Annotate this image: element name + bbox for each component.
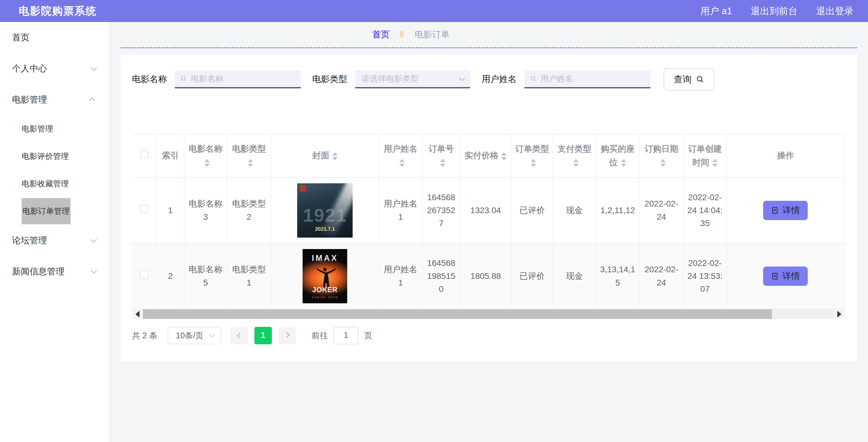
chevron-down-icon xyxy=(459,75,465,81)
sort-caret-icon[interactable] xyxy=(712,159,718,167)
cell-created-time: 2022-02-24 14:04:35 xyxy=(684,178,727,243)
sort-caret-icon[interactable] xyxy=(531,159,536,167)
goto-label: 前往 xyxy=(312,330,328,341)
movie-name-input-wrap xyxy=(175,70,301,88)
sort-caret-icon[interactable] xyxy=(248,159,253,167)
document-icon xyxy=(771,272,779,280)
detail-button[interactable]: 详情 xyxy=(763,201,808,220)
cell-seats: 3,13,14,15 xyxy=(596,243,640,309)
table-row: 2 电影名称5 电影类型1 IMAX JOKER xyxy=(132,243,844,309)
sidebar-subitem-movie-favorite-management[interactable]: 电影收藏管理 xyxy=(0,170,108,198)
select-all-checkbox[interactable] xyxy=(140,150,149,158)
user-name-label: 用户姓名 xyxy=(482,73,517,85)
header-movie-type[interactable]: 电影类型 xyxy=(227,134,271,178)
cell-paid-price: 1805.88 xyxy=(460,243,511,309)
header-order-type[interactable]: 订单类型 xyxy=(511,134,553,178)
cell-pay-type: 现金 xyxy=(553,243,596,309)
sort-caret-icon[interactable] xyxy=(621,159,626,167)
scroll-right-button[interactable] xyxy=(834,310,845,319)
sort-caret-icon[interactable] xyxy=(660,159,666,167)
goto-unit: 页 xyxy=(364,330,372,341)
sidebar-item-personal-center[interactable]: 个人中心 xyxy=(0,53,108,84)
sidebar: 首页 个人中心 电影管理 电影管理 电影评价管理 电影收藏管理 电影订单管理 论… xyxy=(0,22,108,442)
header-paid-price[interactable]: 实付价格 xyxy=(460,134,511,178)
sidebar-subitem-movie-review-management[interactable]: 电影评价管理 xyxy=(0,143,108,170)
row-checkbox[interactable] xyxy=(140,270,149,279)
topbar-links: 用户 a1 退出到前台 退出登录 xyxy=(701,5,854,18)
detail-button[interactable]: 详情 xyxy=(763,267,808,286)
header-order-no[interactable]: 订单号 xyxy=(422,134,460,178)
header-seats[interactable]: 购买的座位 xyxy=(596,134,640,178)
search-icon xyxy=(696,75,704,84)
cell-pay-type: 现金 xyxy=(553,178,596,243)
hand-emoji-icon: ✌ xyxy=(398,29,406,40)
user-name-input[interactable] xyxy=(541,74,645,84)
query-button[interactable]: 查询 xyxy=(664,68,714,90)
scrollbar-thumb[interactable] xyxy=(143,310,772,319)
goto-page-input[interactable] xyxy=(333,327,359,344)
triangle-right-icon xyxy=(837,311,841,318)
search-icon xyxy=(180,75,187,83)
chevron-right-icon xyxy=(284,332,289,338)
movie-type-select[interactable]: 请选择电影类型 xyxy=(355,70,470,88)
user-name-input-wrap xyxy=(524,70,650,88)
sort-caret-icon[interactable] xyxy=(573,159,579,167)
cell-paid-price: 1323.04 xyxy=(460,178,511,243)
search-icon xyxy=(530,75,537,83)
breadcrumb-current: 电影订单 xyxy=(415,29,450,41)
cell-order-no: 1645681985150 xyxy=(422,243,460,309)
movie-name-label: 电影名称 xyxy=(132,73,167,85)
breadcrumb-home-link[interactable]: 首页 xyxy=(372,29,390,41)
cell-movie-name: 电影名称3 xyxy=(184,178,227,243)
cell-order-no: 1645682673527 xyxy=(422,178,460,243)
sort-caret-icon[interactable] xyxy=(501,152,507,160)
page-size-select[interactable]: 10条/页 xyxy=(167,327,221,344)
cell-user-name: 用户姓名1 xyxy=(379,178,422,243)
movie-name-input[interactable] xyxy=(191,74,296,84)
sidebar-item-home[interactable]: 首页 xyxy=(0,22,108,53)
cell-movie-name: 电影名称5 xyxy=(184,243,227,309)
sort-caret-icon[interactable] xyxy=(399,159,405,167)
topbar-user-link[interactable]: 用户 a1 xyxy=(701,5,732,18)
filter-bar: 电影名称 电影类型 请选择电影类型 用户姓名 查询 xyxy=(132,68,845,90)
cell-order-type: 已评价 xyxy=(511,178,553,243)
topbar-back-front-link[interactable]: 退出到前台 xyxy=(751,5,798,18)
main-content: 首页 ✌ 电影订单 电影名称 电影类型 请选择电影类型 用户姓名 xyxy=(108,22,868,442)
chevron-down-icon xyxy=(91,64,97,71)
header-created-time[interactable]: 订单创建时间 xyxy=(684,134,727,178)
sort-caret-icon[interactable] xyxy=(332,152,338,160)
current-page-button[interactable]: 1 xyxy=(254,327,272,344)
cell-movie-type: 电影类型1 xyxy=(227,243,271,309)
cell-index: 1 xyxy=(157,178,184,243)
sidebar-subitem-movie-management[interactable]: 电影管理 xyxy=(0,115,108,143)
topbar-logout-link[interactable]: 退出登录 xyxy=(816,5,854,18)
header-movie-name[interactable]: 电影名称 xyxy=(184,134,227,178)
chevron-left-icon xyxy=(237,333,242,338)
sort-caret-icon[interactable] xyxy=(440,159,445,167)
movie-poster-joker: IMAX JOKER COMING SOON xyxy=(303,249,347,303)
cell-movie-type: 电影类型2 xyxy=(227,178,271,243)
sidebar-item-forum-management[interactable]: 论坛管理 xyxy=(0,225,108,256)
prev-page-button[interactable] xyxy=(230,327,248,344)
scrollbar-track[interactable] xyxy=(143,310,834,319)
sort-caret-icon[interactable] xyxy=(204,159,210,167)
cell-user-name: 用户姓名1 xyxy=(379,243,422,309)
sidebar-item-movie-management[interactable]: 电影管理 xyxy=(0,84,108,115)
triangle-left-icon xyxy=(135,311,140,318)
chevron-down-icon xyxy=(91,236,97,243)
header-cover[interactable]: 封面 xyxy=(271,134,379,178)
topbar: 电影院购票系统 用户 a1 退出到前台 退出登录 xyxy=(0,0,868,22)
sidebar-subitem-movie-order-management[interactable]: 电影订单管理 xyxy=(0,198,108,225)
cell-index: 2 xyxy=(157,243,184,309)
header-order-date[interactable]: 订购日期 xyxy=(640,134,684,178)
next-page-button[interactable] xyxy=(278,327,296,344)
header-pay-type[interactable]: 支付类型 xyxy=(553,134,596,178)
breadcrumb: 首页 ✌ 电影订单 xyxy=(121,22,857,48)
header-user-name[interactable]: 用户姓名 xyxy=(379,134,422,178)
scroll-left-button[interactable] xyxy=(132,310,143,319)
header-action: 操作 xyxy=(727,134,844,178)
chevron-down-icon xyxy=(91,267,97,274)
sidebar-item-news-management[interactable]: 新闻信息管理 xyxy=(0,256,108,287)
row-checkbox[interactable] xyxy=(140,205,149,213)
content-card: 电影名称 电影类型 请选择电影类型 用户姓名 查询 xyxy=(121,54,857,361)
